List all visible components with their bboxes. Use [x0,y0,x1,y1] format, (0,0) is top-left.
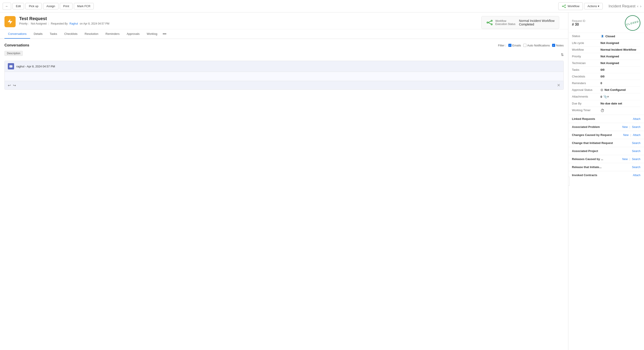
closed-stamp: CLOSED [623,14,642,32]
filter-auto-notifications[interactable]: Auto Notifications [523,44,550,47]
associated-project-search-btn[interactable]: Search [632,150,640,153]
status-value: 👤 Closed [600,34,615,38]
tab-tasks[interactable]: Tasks [46,30,61,38]
linked-requests-label: Linked Requests [572,117,595,120]
tab-conversations[interactable]: Conversations [4,30,30,38]
attachments-label: Attachments [572,95,599,98]
field-tasks: Tasks 0/0 [572,66,640,73]
attachment-icon[interactable]: 📎▾ [604,95,609,98]
priority-label: Priority : [19,22,29,25]
changes-caused-new-btn[interactable]: New [623,134,628,136]
collapse-sidebar-button[interactable]: › [568,177,570,186]
associated-project-label: Associated Project [572,149,598,153]
next-request-icon[interactable]: › [640,4,641,8]
requested-by-prefix: Requested By [51,22,68,25]
associated-problem-search-btn[interactable]: Search [632,126,640,128]
releases-caused-new-btn[interactable]: New [622,158,628,161]
timer-icon[interactable]: ⏱ [600,108,604,113]
message-date: - Apr 8, 2024 04:57 PM [25,65,55,68]
changes-caused-label: Changes Caused by Request [572,133,612,136]
print-button[interactable]: Print [60,3,72,10]
assign-button[interactable]: Assign [43,3,58,10]
associated-problem-new-btn[interactable]: New [622,126,628,128]
associated-problem-label: Associated Problem [572,125,600,128]
changes-caused-section: Changes Caused by Request New | Attach [568,131,644,139]
field-workflow: Workflow Normal Incident Workflow [572,46,640,53]
change-initiated-search-btn[interactable]: Search [632,142,640,145]
status-label: Status [572,34,599,38]
changes-caused-attach-btn[interactable]: Attach [633,134,640,136]
reply-icon[interactable]: ↩ [8,83,11,88]
request-type-icon [4,16,16,27]
meta-sep: | [48,22,49,25]
releases-caused-actions: New | Search [622,158,640,161]
releases-caused-search-btn[interactable]: Search [632,158,640,161]
field-reminders: Reminders 0 [572,80,640,86]
worklog-timer-value: ⏱ [600,108,604,113]
workflow-icon [562,4,566,8]
field-priority: Priority Not Assigned [572,53,640,60]
field-approval-status: Approval Status Not Configured [572,86,640,93]
message-sender[interactable]: raghul [16,65,24,68]
forward-icon[interactable]: ↪ [13,83,16,88]
tab-worklog[interactable]: Worklog [143,30,161,38]
technician-label: Technician [572,62,599,65]
invoked-contracts-attach-btn[interactable]: Attach [633,174,640,177]
request-id-value: # 30 [572,22,585,26]
filter-emails[interactable]: Emails [508,44,521,47]
reminders-value: 0 [600,82,602,85]
workflow-execution-label: WorkflowExecution Status [496,20,516,26]
linked-requests-attach-btn[interactable]: Attach [633,118,640,120]
requester-link[interactable]: Raghul [70,22,78,25]
checklists-label: Checklists [572,75,599,78]
tab-resolution[interactable]: Resolution [81,30,102,38]
actions-button[interactable]: Actions ▾ [584,3,603,10]
releases-caused-label: Releases Caused by ... [572,157,603,161]
pickup-button[interactable]: Pick up [26,3,42,10]
edit-button[interactable]: Edit [12,3,24,10]
auto-notifications-label: Auto Notifications [527,44,550,47]
reply-icons: ↩ ↪ [8,83,16,88]
sep1: | [630,126,630,128]
request-meta: Priority : Not Assigned | Requested By R… [19,22,478,25]
email-icon [8,63,14,70]
workflow-status-completed: Completed [519,22,554,26]
request-title: Test Request [19,16,478,21]
linked-requests-section: Linked Requests Attach [568,115,644,123]
tab-checklists[interactable]: Checklists [61,30,81,38]
emails-label: Emails [512,44,521,47]
closed-stamp-text: CLOSED [626,20,639,26]
priority-field-value: Not Assigned [600,55,619,58]
right-sidebar: › Request ID # 30 CLOSED Status 👤 Closed… [568,12,644,350]
invoked-contracts-actions: Attach [633,174,640,177]
tabs-more-icon[interactable]: ••• [161,29,168,38]
workflow-button[interactable]: Workflow [558,2,583,10]
release-initiated-search-btn[interactable]: Search [632,166,640,169]
lifecycle-label: Life cycle [572,41,599,45]
approval-dot-icon [600,88,603,91]
mark-fcr-button[interactable]: Mark FCR [74,3,94,10]
back-button[interactable]: ← [3,3,11,10]
tab-reminders[interactable]: Reminders [102,30,123,38]
notes-checkbox[interactable] [552,44,555,47]
changes-caused-actions: New | Attach [623,134,640,136]
emails-checkbox[interactable] [508,44,512,47]
auto-notifications-checkbox[interactable] [523,44,526,47]
filter-notes[interactable]: Notes [552,44,564,47]
conversations-header: Conversations Filter : Emails Auto Notif… [4,43,564,47]
tasks-value: 0/0 [600,68,604,72]
prev-request-icon[interactable]: ‹ [637,4,638,8]
attachments-value: 0 📎▾ [600,95,609,98]
svg-line-4 [563,6,565,7]
associated-project-section: Associated Project Search [568,147,644,155]
tab-details[interactable]: Details [30,30,46,38]
chevron-down-icon: ▾ [598,4,599,8]
description-tag[interactable]: Description [4,51,23,56]
field-worklog-timer: Worklog Timer ⏱ [572,107,640,115]
message-header: raghul - Apr 8, 2024 04:57 PM [5,61,564,72]
linked-sections: Linked Requests Attach Associated Proble… [568,115,644,179]
close-message-icon[interactable]: ✕ [557,83,560,88]
tab-approvals[interactable]: Approvals [123,30,143,38]
sort-icon[interactable]: ⇅ [561,53,564,57]
invoked-contracts-section: Invoked Contracts Attach [568,171,644,179]
